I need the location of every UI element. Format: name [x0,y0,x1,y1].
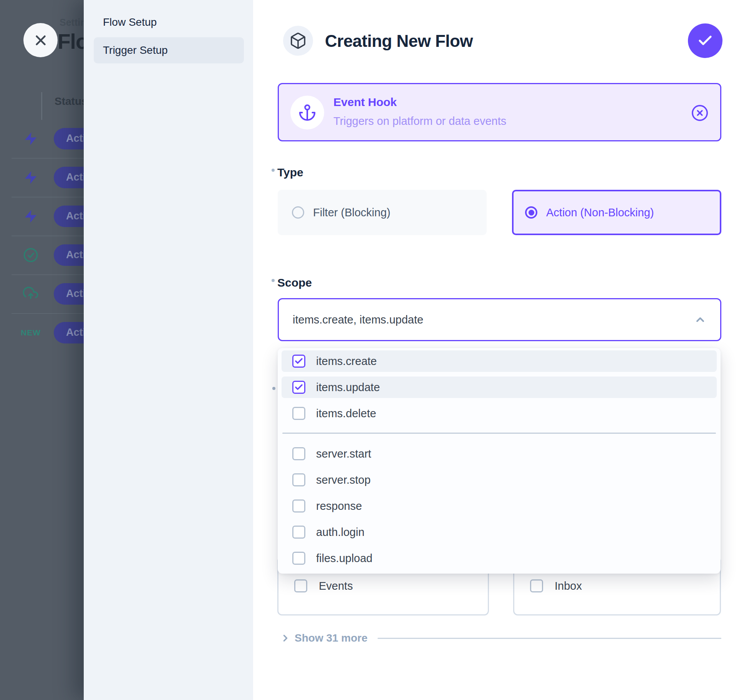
cloud-upload-icon [23,286,38,302]
table-row: NEW Active [0,313,84,352]
save-flow-button[interactable] [688,23,722,58]
scope-option-label: items.create [316,355,377,368]
deselect-trigger-button[interactable] [691,104,709,122]
selected-trigger-card: Event Hook Triggers on platform or data … [278,83,721,141]
checkbox-icon[interactable] [292,552,305,565]
nav-item-flow-setup[interactable]: Flow Setup [94,9,244,35]
table-row: Active [0,119,84,158]
trigger-icon-circle [290,96,324,129]
drawer-header-avatar [283,26,313,56]
type-option-label: Filter (Blocking) [313,206,390,219]
cancel-circle-icon [691,104,709,122]
scope-option[interactable]: items.update [282,377,717,398]
check-icon [294,357,303,366]
checkbox-icon[interactable] [292,526,305,539]
radio-selected-icon[interactable] [525,206,537,219]
bolt-icon [23,170,38,185]
table-row: Active [0,158,84,197]
scope-option-label: server.start [316,448,371,460]
status-badge: Active [54,206,84,227]
close-drawer-button[interactable] [23,23,58,57]
drawer-content: Creating New Flow Event Hook Triggers on… [253,0,739,700]
trigger-card-subtitle: Triggers on platform or data events [333,115,506,128]
status-badge: Active [54,128,84,149]
field-marker-dot [272,279,275,282]
scope-option[interactable]: items.delete [282,403,717,424]
scope-option[interactable]: items.create [282,350,717,372]
table-row: Active [0,236,84,274]
status-badge: Active [54,283,84,305]
scope-option-label: items.update [316,381,380,394]
drawer-title: Creating New Flow [325,32,473,51]
scope-option-label: server.stop [316,474,371,486]
scope-option[interactable]: auth.login [282,521,717,543]
scope-option[interactable]: files.upload [282,547,717,569]
chevron-right-icon[interactable] [280,633,291,644]
checkbox-unchecked-icon[interactable] [530,579,543,592]
status-badge: Active [54,322,84,343]
type-option-action[interactable]: Action (Non-Blocking) [512,190,721,235]
chevron-up-icon[interactable] [694,314,706,326]
flows-list: Active Active Active Active [0,119,84,352]
bolt-icon [23,209,38,224]
nav-item-trigger-setup[interactable]: Trigger Setup [94,37,244,63]
collection-label: Events [319,580,353,592]
table-row: Active [0,274,84,313]
scope-option[interactable]: server.stop [282,469,717,491]
checkbox-icon[interactable] [292,355,305,368]
scope-selected-values: items.create, items.update [293,314,423,326]
trigger-card-title: Event Hook [333,96,397,109]
type-field-label: Type [277,166,303,179]
new-badge: NEW [21,328,41,337]
radio-unselected-icon[interactable] [292,206,304,219]
table-row: Active [0,197,84,236]
scope-option[interactable]: response [282,495,717,517]
checkbox-unchecked-icon[interactable] [294,579,307,592]
scope-option-label: files.upload [316,552,373,565]
checkbox-icon[interactable] [292,447,305,460]
scope-option-label: response [316,500,362,513]
scope-option[interactable]: server.start [282,443,717,464]
scope-dropdown: items.create items.update items.delete s… [278,348,721,574]
divider [378,638,721,639]
check-icon [294,383,303,392]
bolt-icon [23,131,38,146]
check-circle-icon [23,247,38,263]
status-badge: Active [54,167,84,188]
drawer-step-nav: Flow Setup Trigger Setup [84,0,253,700]
field-marker-dot [272,169,275,172]
scope-option-label: auth.login [316,526,365,539]
collection-label: Inbox [555,580,582,592]
status-column-header: Status [55,95,88,108]
checkbox-icon[interactable] [292,499,305,513]
status-badge: Active [54,244,84,266]
check-icon [697,33,713,49]
scope-option-label: items.delete [316,407,376,420]
box-icon [289,32,307,50]
checkbox-icon[interactable] [292,407,305,420]
show-more-row: Show 31 more [278,630,721,646]
checkbox-icon[interactable] [292,473,305,486]
close-icon [33,32,49,48]
scope-field-label: Scope [277,276,312,289]
type-option-filter[interactable]: Filter (Blocking) [278,190,487,235]
field-marker-dot [272,387,275,390]
dropdown-divider [282,433,716,434]
checkbox-icon[interactable] [292,381,305,394]
show-more-link[interactable]: Show 31 more [295,632,368,644]
anchor-icon [298,104,316,121]
type-option-label: Action (Non-Blocking) [546,206,654,219]
scope-select-input[interactable]: items.create, items.update [278,298,721,341]
table-column-divider [41,92,42,120]
